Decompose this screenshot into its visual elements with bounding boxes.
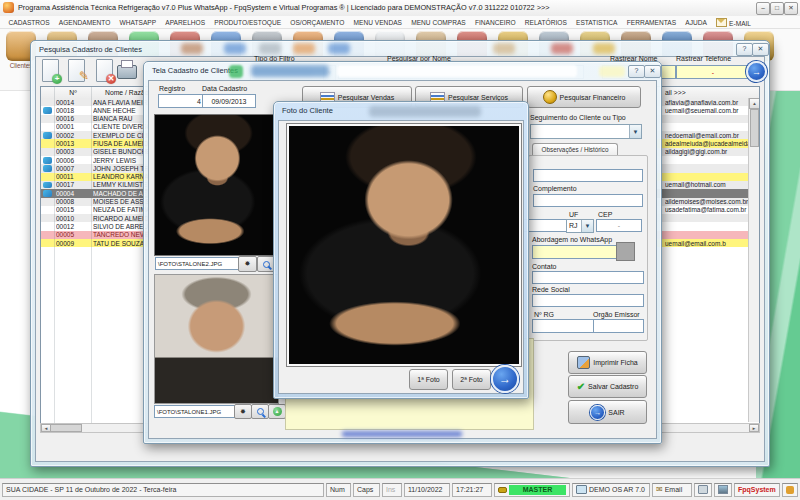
cell-num: 00017 xyxy=(56,181,90,189)
window-help-button[interactable]: ? xyxy=(628,65,645,78)
data-cadastro-input[interactable]: 09/09/2013 xyxy=(202,94,256,108)
cell-num: 00007 xyxy=(56,165,90,173)
grid-line xyxy=(54,87,55,423)
cell-num: 00011 xyxy=(56,173,90,181)
address-input[interactable] xyxy=(533,169,643,182)
status-bar: SUA CIDADE - SP 11 de Outubro de 2022 - … xyxy=(0,478,800,500)
status-num: Num xyxy=(326,483,351,497)
menu-item[interactable]: E-MAIL xyxy=(711,18,755,27)
menu-item[interactable]: OS/ORÇAMENTO xyxy=(286,19,349,26)
complemento-input[interactable] xyxy=(533,194,643,207)
menu-item[interactable]: MENU VENDAS xyxy=(349,19,407,26)
menu-item[interactable]: RELATÓRIOS xyxy=(520,19,571,26)
arrow-icon: → xyxy=(499,372,511,386)
photo2-path-field[interactable]: \FOTO\STALONE1.JPG xyxy=(154,405,238,418)
menu-item[interactable]: APARELHOS xyxy=(161,19,210,26)
arrow-icon: → xyxy=(752,67,761,77)
cell-num: 00002 xyxy=(56,132,90,140)
photo-exit-button[interactable]: → xyxy=(491,365,519,393)
scroll-up-icon[interactable]: ▲ xyxy=(749,98,760,109)
registro-input[interactable]: 4 xyxy=(158,94,204,108)
glass-ghost xyxy=(328,43,350,54)
pencil-icon: ✎ xyxy=(79,69,89,83)
scrollbar-thumb[interactable] xyxy=(50,424,82,432)
maximize-button[interactable]: □ xyxy=(770,2,784,15)
scrollbar-thumb[interactable] xyxy=(750,109,759,147)
menu-item[interactable]: FERRAMENTAS xyxy=(622,19,681,26)
application-desktop: Programa Assistência Técnica Refrigeraçã… xyxy=(0,0,800,500)
cell-num: 00010 xyxy=(56,215,90,223)
glass-ghost-combo xyxy=(251,65,329,77)
vertical-scrollbar[interactable]: ▲ xyxy=(748,98,759,422)
status-date: 11/10/2022 xyxy=(404,483,450,497)
upload-photo-button[interactable]: ▲ xyxy=(268,404,286,419)
seguimento-combobox[interactable]: ▼ xyxy=(530,124,642,139)
form-window-title: Tela Cadastro de Clientes xyxy=(152,66,238,75)
contato-input[interactable] xyxy=(532,271,644,284)
uf-combobox[interactable]: RJ ▼ xyxy=(566,219,594,233)
cep-input[interactable]: - xyxy=(596,219,642,232)
cell-email: uemail@hotmail.com xyxy=(665,181,749,189)
scroll-right-icon[interactable]: ► xyxy=(749,424,759,432)
menu-item[interactable]: WHATSAPP xyxy=(115,19,161,26)
whatsapp-contact-icon xyxy=(43,165,52,172)
go-search-button[interactable]: → xyxy=(746,61,767,82)
glass-ghost-title xyxy=(369,106,481,117)
menu-item[interactable]: AGENDAMENTO xyxy=(54,19,115,26)
orange-icon xyxy=(786,486,794,494)
arrow-icon: → xyxy=(590,405,605,420)
menu-item[interactable]: AJUDA xyxy=(681,19,712,26)
menu-item[interactable]: CADASTROS xyxy=(4,19,54,26)
window-close-button[interactable]: ✕ xyxy=(752,43,769,56)
zoom-photo2-button[interactable] xyxy=(251,404,269,419)
window-help-button[interactable]: ? xyxy=(736,43,753,56)
cell-email: aildagigi@gigi.com.br xyxy=(665,148,749,156)
abordagem-input[interactable] xyxy=(532,245,620,259)
orgao-emissor-input[interactable] xyxy=(593,319,644,333)
photo2-button[interactable]: 2ª Foto xyxy=(452,369,491,390)
plus-badge: + xyxy=(52,74,62,84)
cell-num: 00003 xyxy=(56,148,90,156)
track-phone-input[interactable]: - xyxy=(676,65,750,79)
abordagem-picker-button[interactable] xyxy=(616,242,635,261)
salvar-cadastro-button[interactable]: ✔Salvar Cadastro xyxy=(568,375,647,398)
minimize-button[interactable]: – xyxy=(756,2,770,15)
cell-email: aflavia@anaflavia.com.br xyxy=(665,99,749,107)
photo1-path-field[interactable]: \FOTO\STALONE2.JPG xyxy=(155,257,241,270)
menu-item[interactable]: ESTATISTICA xyxy=(571,19,622,26)
menu-item[interactable]: PRODUTO/ESTOQUE xyxy=(210,19,286,26)
cell-num: 00001 xyxy=(56,123,90,131)
print-list-icon[interactable] xyxy=(117,65,137,79)
add-record-icon[interactable]: + xyxy=(42,59,59,82)
status-network[interactable] xyxy=(714,483,732,497)
window-close-button[interactable]: ✕ xyxy=(644,65,661,78)
webcam-button[interactable]: ✸ xyxy=(238,256,257,272)
status-email[interactable]: ✉ Email xyxy=(652,483,692,497)
webcam-button-2[interactable]: ✸ xyxy=(234,404,252,419)
cell-email: aildemoises@moises.com.br xyxy=(665,198,749,206)
main-titlebar: Programa Assistência Técnica Refrigeraçã… xyxy=(0,0,800,17)
whatsapp-contact-icon xyxy=(43,157,52,164)
status-printer[interactable] xyxy=(694,483,712,497)
close-button[interactable]: ✕ xyxy=(784,2,798,15)
cell-email: uemail@email.com.b xyxy=(665,240,749,248)
delete-record-icon[interactable]: ✕ xyxy=(96,59,113,82)
x-badge: ✕ xyxy=(106,74,116,84)
rg-input[interactable] xyxy=(532,319,596,333)
imprimir-ficha-button[interactable]: Imprimir Ficha xyxy=(568,351,647,374)
master-badge: MASTER xyxy=(509,485,566,495)
registro-label: Registro xyxy=(159,85,185,93)
client-photo-thumb-1 xyxy=(154,114,276,256)
menu-item[interactable]: FINANCEIRO xyxy=(470,19,520,26)
pesquisar-financeiro-button[interactable]: Pesquisar Financeiro xyxy=(527,86,641,108)
menu-item[interactable]: MENU COMPRAS xyxy=(407,19,471,26)
photo1-button[interactable]: 1ª Foto xyxy=(409,369,448,390)
app-icon xyxy=(3,2,14,13)
sair-button[interactable]: →SAIR xyxy=(568,400,647,424)
whatsapp-contact-icon xyxy=(43,107,52,114)
cell-num: 00013 xyxy=(56,140,90,148)
edit-record-icon[interactable]: ✎ xyxy=(68,59,85,82)
photo-window-title: Foto do Cliente xyxy=(282,106,333,115)
monitor-icon xyxy=(576,485,587,494)
rede-social-input[interactable] xyxy=(532,294,644,307)
